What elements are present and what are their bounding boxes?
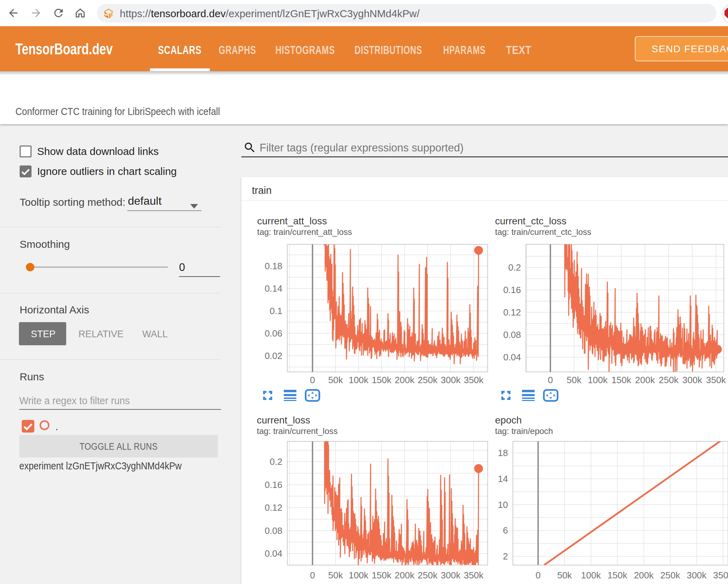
svg-text:2: 2 xyxy=(503,551,508,562)
svg-text:0.12: 0.12 xyxy=(503,307,521,318)
svg-text:50k: 50k xyxy=(328,570,343,580)
svg-text:0.1: 0.1 xyxy=(270,306,282,316)
svg-text:0.08: 0.08 xyxy=(503,330,521,340)
svg-text:150k: 150k xyxy=(607,570,627,580)
svg-text:0.16: 0.16 xyxy=(265,480,282,490)
svg-text:250k: 250k xyxy=(418,570,438,580)
svg-text:0.08: 0.08 xyxy=(265,525,282,536)
svg-text:0: 0 xyxy=(548,375,553,385)
svg-text:200k: 200k xyxy=(395,375,415,385)
svg-text:350k: 350k xyxy=(706,375,726,385)
svg-text:150k: 150k xyxy=(372,375,392,385)
svg-text:0.16: 0.16 xyxy=(503,285,521,295)
svg-text:300k: 300k xyxy=(441,570,461,580)
svg-text:200k: 200k xyxy=(395,570,415,580)
svg-text:0.12: 0.12 xyxy=(265,502,282,513)
svg-text:18: 18 xyxy=(498,448,508,458)
svg-text:200k: 200k xyxy=(635,375,655,385)
svg-text:350k: 350k xyxy=(464,570,484,580)
svg-text:14: 14 xyxy=(498,474,508,484)
svg-text:300k: 300k xyxy=(687,570,707,580)
svg-text:0: 0 xyxy=(310,570,315,580)
svg-text:200k: 200k xyxy=(634,570,654,580)
svg-text:0.2: 0.2 xyxy=(508,262,521,273)
svg-text:300k: 300k xyxy=(682,375,702,385)
svg-text:350k: 350k xyxy=(713,570,728,580)
svg-text:150k: 150k xyxy=(611,375,631,385)
svg-text:0.04: 0.04 xyxy=(265,548,282,559)
svg-text:250k: 250k xyxy=(660,570,680,580)
svg-text:0.2: 0.2 xyxy=(270,456,282,467)
svg-text:10: 10 xyxy=(498,500,508,510)
svg-text:0.02: 0.02 xyxy=(265,351,282,361)
svg-text:350k: 350k xyxy=(464,375,484,385)
svg-text:100k: 100k xyxy=(349,570,369,580)
svg-text:50k: 50k xyxy=(328,375,343,385)
svg-text:150k: 150k xyxy=(372,570,392,580)
svg-text:0: 0 xyxy=(310,375,315,385)
svg-text:0.18: 0.18 xyxy=(265,261,282,271)
svg-text:250k: 250k xyxy=(418,375,438,385)
svg-text:0: 0 xyxy=(536,570,541,580)
svg-text:0.06: 0.06 xyxy=(265,328,282,339)
svg-text:100k: 100k xyxy=(588,375,608,385)
svg-text:300k: 300k xyxy=(441,375,461,385)
svg-text:250k: 250k xyxy=(659,375,679,385)
svg-text:100k: 100k xyxy=(349,375,369,385)
svg-text:50k: 50k xyxy=(567,375,582,385)
svg-text:0.04: 0.04 xyxy=(503,352,521,362)
svg-text:0.14: 0.14 xyxy=(265,283,282,294)
svg-text:50k: 50k xyxy=(557,570,572,580)
svg-text:100k: 100k xyxy=(581,570,601,580)
svg-text:6: 6 xyxy=(503,525,508,536)
